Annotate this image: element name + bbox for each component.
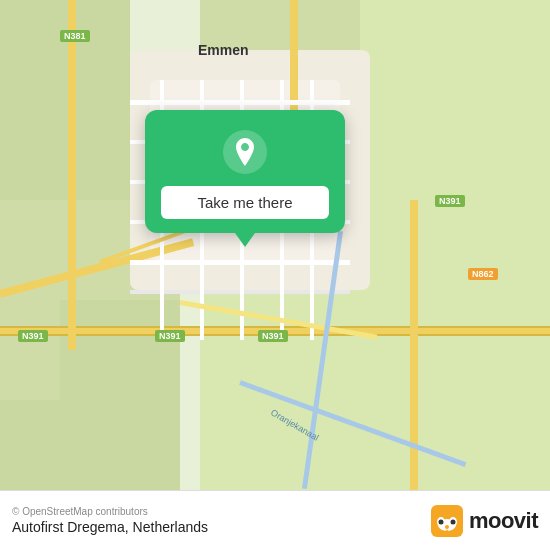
svg-point-5	[438, 519, 443, 524]
road-badge-n862: N862	[468, 268, 498, 280]
moovit-icon	[431, 505, 463, 537]
location-pin-icon	[223, 130, 267, 174]
moovit-text-label: moovit	[469, 508, 538, 534]
map-container: Emmen N381 N391 N391 N391 N391 N862 Oran…	[0, 0, 550, 490]
city-label: Emmen	[198, 42, 249, 58]
bottom-bar: © OpenStreetMap contributors Autofirst D…	[0, 490, 550, 550]
copyright-text: © OpenStreetMap contributors	[12, 506, 208, 517]
svg-point-6	[450, 519, 455, 524]
popup-card: Take me there	[145, 110, 345, 233]
road-badge-n391-mid: N391	[258, 330, 288, 342]
bottom-left-info: © OpenStreetMap contributors Autofirst D…	[12, 506, 208, 535]
road-badge-n391-left: N391	[18, 330, 48, 342]
road-badge-n391-center: N391	[155, 330, 185, 342]
road-badge-n381: N381	[60, 30, 90, 42]
moovit-logo: moovit	[431, 505, 538, 537]
svg-point-7	[445, 525, 449, 529]
take-me-there-button[interactable]: Take me there	[161, 186, 329, 219]
road-badge-n391-right: N391	[435, 195, 465, 207]
location-title: Autofirst Dregema, Netherlands	[12, 519, 208, 535]
